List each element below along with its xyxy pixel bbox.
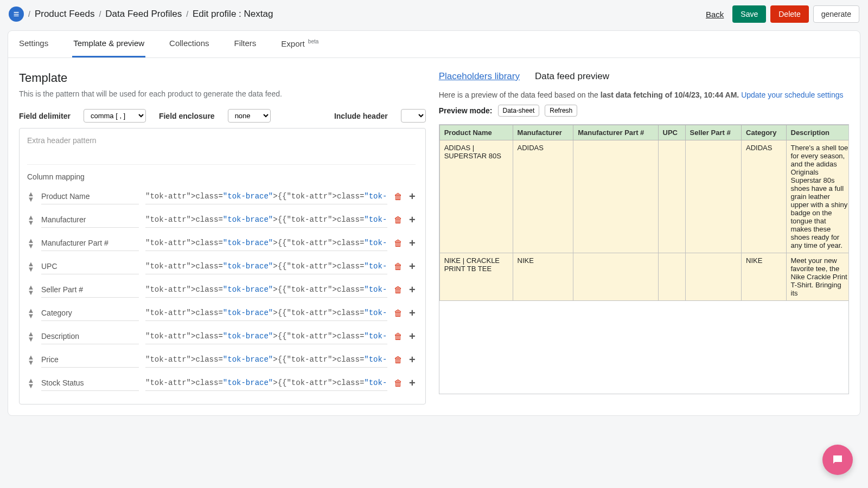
- column-pattern-input[interactable]: "tok-attr">class="tok-brace">{{"tok-attr…: [145, 375, 387, 391]
- tabs: Settings Template & preview Collections …: [8, 31, 860, 58]
- delete-row-icon[interactable]: 🗑: [394, 239, 403, 248]
- mapping-row: ▲▼"tok-attr">class="tok-brace">{{"tok-at…: [27, 212, 416, 228]
- column-name-input[interactable]: [41, 189, 139, 204]
- preview-panel: Placeholders library Data feed preview H…: [439, 71, 849, 404]
- table-cell: There's a shell toe for every season, an…: [786, 140, 849, 253]
- include-header-select[interactable]: Yes: [401, 109, 426, 123]
- menu-button[interactable]: ≡: [9, 7, 24, 22]
- add-row-icon[interactable]: +: [409, 260, 416, 273]
- table-cell: NIKE | CRACKLE PRINT TB TEE: [439, 253, 513, 301]
- add-row-icon[interactable]: +: [409, 284, 416, 296]
- drag-handle-icon[interactable]: ▲▼: [27, 308, 35, 318]
- add-row-icon[interactable]: +: [409, 307, 416, 319]
- delete-row-icon[interactable]: 🗑: [394, 262, 403, 272]
- column-pattern-input[interactable]: "tok-attr">class="tok-brace">{{"tok-attr…: [145, 305, 387, 321]
- table-cell: [658, 253, 685, 301]
- column-name-input[interactable]: [41, 352, 139, 368]
- delete-row-icon[interactable]: 🗑: [394, 332, 403, 342]
- save-button[interactable]: Save: [732, 5, 766, 23]
- preview-table-wrap[interactable]: Product NameManufacturerManufacturer Par…: [439, 124, 849, 394]
- mapping-row: ▲▼"tok-attr">class="tok-brace">{{"tok-at…: [27, 375, 416, 391]
- column-pattern-input[interactable]: "tok-attr">class="tok-brace">{{"tok-attr…: [145, 352, 387, 368]
- add-row-icon[interactable]: +: [409, 330, 416, 343]
- column-header: Manufacturer: [513, 125, 573, 140]
- tab-export-label: Export: [281, 39, 304, 48]
- table-cell: ADIDAS: [742, 140, 786, 253]
- generate-button[interactable]: generate: [813, 5, 859, 23]
- breadcrumb-sep: /: [28, 10, 30, 18]
- tab-filters[interactable]: Filters: [233, 31, 257, 57]
- template-scroll[interactable]: Extra header pattern Column mapping ▲▼"t…: [27, 136, 420, 399]
- breadcrumb-product-feeds[interactable]: Product Feeds: [35, 9, 95, 20]
- delete-button[interactable]: Delete: [770, 5, 808, 23]
- table-cell: NIKE: [742, 253, 786, 301]
- tab-settings[interactable]: Settings: [18, 31, 49, 57]
- add-row-icon[interactable]: +: [409, 214, 416, 226]
- table-cell: ADIDAS: [513, 140, 573, 253]
- add-row-icon[interactable]: +: [409, 237, 416, 249]
- column-name-input[interactable]: [41, 259, 139, 274]
- table-cell: ADIDAS | SUPERSTAR 80S: [439, 140, 513, 253]
- drag-handle-icon[interactable]: ▲▼: [27, 355, 35, 364]
- hamburger-icon: ≡: [14, 9, 20, 19]
- delete-row-icon[interactable]: 🗑: [394, 309, 403, 318]
- column-pattern-input[interactable]: "tok-attr">class="tok-brace">{{"tok-attr…: [145, 189, 387, 204]
- field-delimiter-select[interactable]: comma [ , ]: [84, 109, 146, 123]
- main-content: Template This is the pattern that will b…: [8, 58, 860, 415]
- update-schedule-link[interactable]: Update your schedule settings: [741, 91, 843, 99]
- drag-handle-icon[interactable]: ▲▼: [27, 191, 35, 201]
- add-row-icon[interactable]: +: [409, 190, 416, 203]
- preview-desc: Here is a preview of the data feed based…: [439, 91, 849, 99]
- column-name-input[interactable]: [41, 235, 139, 251]
- delete-row-icon[interactable]: 🗑: [394, 355, 403, 365]
- column-name-input[interactable]: [41, 305, 139, 321]
- mapping-row: ▲▼"tok-attr">class="tok-brace">{{"tok-at…: [27, 352, 416, 368]
- refresh-button[interactable]: Refresh: [545, 105, 577, 117]
- table-cell: [685, 140, 742, 253]
- column-name-input[interactable]: [41, 375, 139, 391]
- tab-collections[interactable]: Collections: [168, 31, 210, 57]
- breadcrumb-edit-prefix: Edit profile :: [193, 9, 244, 19]
- drag-handle-icon[interactable]: ▲▼: [27, 215, 35, 224]
- table-cell: [573, 140, 658, 253]
- mapping-row: ▲▼"tok-attr">class="tok-brace">{{"tok-at…: [27, 305, 416, 321]
- delete-row-icon[interactable]: 🗑: [394, 215, 403, 225]
- breadcrumb-profiles[interactable]: Data Feed Profiles: [105, 9, 182, 20]
- column-header: Product Name: [439, 125, 513, 140]
- table-cell: NIKE: [513, 253, 573, 301]
- drag-handle-icon[interactable]: ▲▼: [27, 238, 35, 248]
- column-pattern-input[interactable]: "tok-attr">class="tok-brace">{{"tok-attr…: [145, 212, 387, 228]
- extra-header-input[interactable]: Extra header pattern: [27, 136, 416, 165]
- column-name-input[interactable]: [41, 212, 139, 228]
- add-row-icon[interactable]: +: [409, 354, 416, 366]
- delete-row-icon[interactable]: 🗑: [394, 285, 403, 295]
- mapping-row: ▲▼"tok-attr">class="tok-brace">{{"tok-at…: [27, 259, 416, 274]
- column-pattern-input[interactable]: "tok-attr">class="tok-brace">{{"tok-attr…: [145, 235, 387, 251]
- mapping-row: ▲▼"tok-attr">class="tok-brace">{{"tok-at…: [27, 329, 416, 344]
- field-enclosure-select[interactable]: none: [228, 109, 271, 123]
- template-heading: Template: [19, 71, 426, 85]
- delete-row-icon[interactable]: 🗑: [394, 378, 403, 388]
- breadcrumb-edit: Edit profile : Nextag: [193, 9, 273, 20]
- tab-placeholders-library[interactable]: Placeholders library: [439, 71, 520, 82]
- column-name-input[interactable]: [41, 329, 139, 344]
- add-row-icon[interactable]: +: [409, 377, 416, 389]
- tab-export[interactable]: Export beta: [280, 31, 320, 57]
- drag-handle-icon[interactable]: ▲▼: [27, 285, 35, 294]
- column-pattern-input[interactable]: "tok-attr">class="tok-brace">{{"tok-attr…: [145, 282, 387, 298]
- column-pattern-input[interactable]: "tok-attr">class="tok-brace">{{"tok-attr…: [145, 329, 387, 344]
- delete-row-icon[interactable]: 🗑: [394, 192, 403, 202]
- template-sub: This is the pattern that will be used fo…: [19, 89, 426, 98]
- column-pattern-input[interactable]: "tok-attr">class="tok-brace">{{"tok-attr…: [145, 259, 387, 274]
- column-header: Manufacturer Part #: [573, 125, 658, 140]
- tab-data-feed-preview[interactable]: Data feed preview: [535, 71, 609, 82]
- drag-handle-icon[interactable]: ▲▼: [27, 331, 35, 341]
- table-cell: [685, 253, 742, 301]
- column-name-input[interactable]: [41, 282, 139, 298]
- drag-handle-icon[interactable]: ▲▼: [27, 261, 35, 271]
- drag-handle-icon[interactable]: ▲▼: [27, 378, 35, 388]
- preview-mode-select[interactable]: Data-sheet: [498, 105, 540, 117]
- topbar: ≡ / Product Feeds / Data Feed Profiles /…: [0, 0, 868, 28]
- back-link[interactable]: Back: [706, 10, 724, 19]
- tab-template[interactable]: Template & preview: [72, 31, 145, 57]
